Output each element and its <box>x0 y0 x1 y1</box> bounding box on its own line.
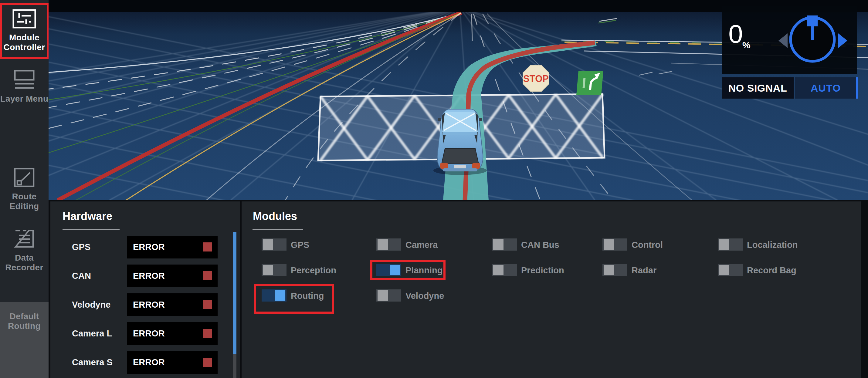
module-label: Prediction <box>521 264 564 276</box>
toggle-knob <box>719 239 729 250</box>
hardware-status-text: ERROR <box>133 264 165 287</box>
lane-change-sign <box>576 71 603 95</box>
ego-vehicle <box>433 109 487 175</box>
module-toggle-velodyne[interactable] <box>376 289 401 302</box>
error-indicator-icon <box>203 242 212 251</box>
steering-wheel-icon <box>787 13 838 65</box>
module-label: Planning <box>405 264 442 276</box>
module-toggle-localization[interactable] <box>718 239 743 251</box>
hardware-status-text: ERROR <box>133 236 165 258</box>
hardware-label: Camera L <box>72 322 125 345</box>
module-label: GPS <box>291 239 309 251</box>
main-area: STOP 0 % NO SIGNAL AUTO Hardware GPSERRO <box>49 0 868 378</box>
hardware-label: CAN <box>72 264 125 287</box>
hardware-label: GPS <box>72 236 125 258</box>
module-toggle-can-bus[interactable] <box>492 239 517 251</box>
module-toggle-perception[interactable] <box>261 264 286 276</box>
sidebar-item-route-editing[interactable]: Route Editing <box>0 167 49 212</box>
hardware-status-text: ERROR <box>133 351 165 374</box>
module-toggle-planning[interactable] <box>376 264 401 276</box>
module-label: Control <box>631 239 663 251</box>
sidebar-item-label: Route Editing <box>0 192 49 212</box>
module-label: Camera <box>405 239 438 251</box>
sidebar-item-module-controller[interactable]: Module Controller <box>0 3 49 59</box>
signal-status-badge: NO SIGNAL <box>722 77 794 99</box>
module-toggle-gps[interactable] <box>261 239 286 251</box>
hardware-divider <box>63 229 120 230</box>
toggle-knob <box>603 239 614 250</box>
toggle-knob <box>263 239 273 250</box>
sidebar-item-label: Default Routing <box>0 312 49 331</box>
hardware-label: Velodyne <box>72 293 125 316</box>
toggle-knob <box>390 265 400 275</box>
module-label: Localization <box>747 239 798 251</box>
hardware-status-box: ERROR <box>127 293 218 316</box>
data-recorder-icon <box>12 228 36 249</box>
module-toggle-control[interactable] <box>602 239 627 251</box>
toggle-knob <box>603 265 614 275</box>
module-label: Radar <box>631 264 656 276</box>
toggle-knob <box>377 290 388 301</box>
toggle-knob <box>493 239 503 250</box>
module-label: Routing <box>291 289 324 302</box>
bottom-panel: Hardware GPSERRORCANERRORVelodyneERRORCa… <box>49 200 868 378</box>
sidebar-item-label: Data Recorder <box>0 253 49 273</box>
toggle-knob <box>377 239 388 250</box>
module-toggle-radar[interactable] <box>602 264 627 276</box>
module-controller-icon <box>12 9 36 29</box>
module-toggle-routing[interactable] <box>261 289 286 302</box>
hardware-panel: Hardware GPSERRORCANERRORVelodyneERRORCa… <box>51 201 240 378</box>
sidebar-item-layer-menu[interactable]: Layer Menu <box>0 70 49 104</box>
modules-title: Modules <box>253 210 297 223</box>
module-label: Velodyne <box>405 289 444 302</box>
bottom-panel-right-strip <box>861 200 868 378</box>
svg-text:STOP: STOP <box>523 73 549 84</box>
steering-left-arrow-icon[interactable] <box>778 33 787 48</box>
module-toggle-prediction[interactable] <box>492 264 517 276</box>
hardware-scrollbar-thumb[interactable] <box>233 232 237 354</box>
sidebar-item-label: Module Controller <box>2 33 47 53</box>
error-indicator-icon <box>203 329 212 338</box>
modules-panel: Modules GPSCameraCAN BusControlLocalizat… <box>242 201 861 378</box>
stop-sign: STOP <box>523 65 549 91</box>
modules-divider <box>252 229 303 230</box>
hardware-status-box: ERROR <box>127 236 218 258</box>
sidebar: Module Controller Layer Menu Route Editi… <box>0 0 49 378</box>
hardware-status-box: ERROR <box>127 322 218 345</box>
module-label: CAN Bus <box>521 239 559 251</box>
drive-control-panel: 0 % <box>722 6 857 74</box>
layer-menu-icon <box>12 70 36 90</box>
sidebar-item-default-routing[interactable]: Default Routing <box>0 302 49 378</box>
module-label: Perception <box>291 264 336 276</box>
hardware-status-box: ERROR <box>127 351 218 374</box>
toggle-knob <box>493 265 503 275</box>
module-toggle-camera[interactable] <box>376 239 401 251</box>
toggle-knob <box>275 290 285 301</box>
hardware-scrollbar[interactable] <box>233 232 237 378</box>
error-indicator-icon <box>203 300 212 309</box>
error-indicator-icon <box>203 271 212 280</box>
hardware-status-text: ERROR <box>133 322 165 345</box>
drive-mode-badge: AUTO <box>795 77 858 99</box>
route-editing-icon <box>12 167 36 187</box>
sidebar-item-label: Layer Menu <box>0 94 49 104</box>
hardware-label: Camera S <box>72 351 125 374</box>
steering-right-arrow-icon[interactable] <box>838 33 847 48</box>
module-label: Record Bag <box>747 264 796 276</box>
hardware-status-box: ERROR <box>127 264 218 287</box>
throttle-percentage: 0 <box>728 21 743 47</box>
percent-sign: % <box>742 40 750 50</box>
sidebar-item-data-recorder[interactable]: Data Recorder <box>0 228 49 273</box>
module-toggle-record-bag[interactable] <box>718 264 743 276</box>
error-indicator-icon <box>203 358 212 367</box>
toggle-knob <box>719 265 729 275</box>
toggle-knob <box>263 265 273 275</box>
hardware-title: Hardware <box>63 210 112 223</box>
hardware-status-text: ERROR <box>133 293 165 316</box>
